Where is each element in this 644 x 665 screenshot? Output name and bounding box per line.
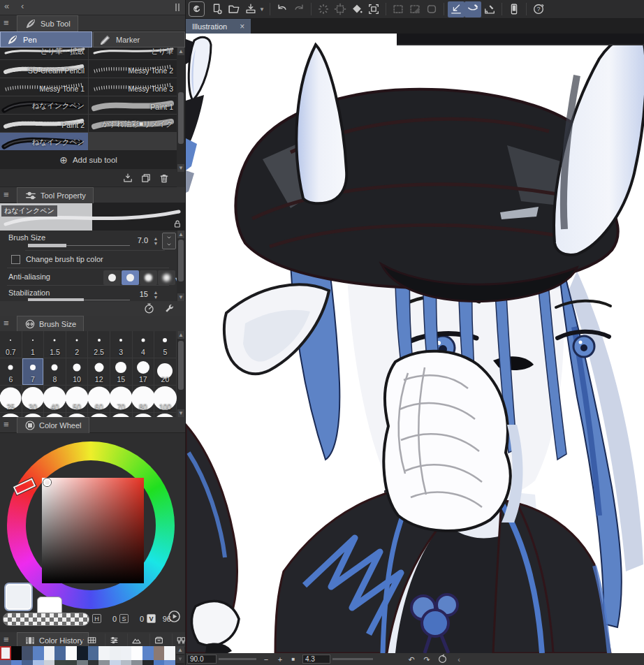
snap-to-ruler-icon[interactable] — [448, 1, 464, 17]
new-canvas-icon[interactable] — [209, 1, 226, 17]
brush-size-cell[interactable]: 60 — [88, 386, 110, 413]
color-wheel-menu-icon[interactable]: ≡ — [3, 419, 9, 430]
history-swatch[interactable] — [66, 646, 77, 660]
color-mixer-icon[interactable] — [168, 610, 181, 623]
brush-size-cell[interactable]: 15 — [110, 358, 133, 386]
unlock-icon[interactable] — [172, 219, 182, 229]
brush-item[interactable]: かすれ油彩■リメイク — [89, 115, 177, 132]
tab-approximate-color-icon[interactable] — [127, 634, 145, 647]
history-swatch[interactable] — [142, 646, 154, 660]
tab-color-wheel[interactable]: Color Wheel — [17, 417, 89, 433]
brush-size-cell[interactable]: 1 — [22, 331, 45, 358]
history-swatch[interactable] — [121, 660, 132, 665]
add-sub-tool-button[interactable]: ⊕ Add sub tool — [0, 151, 177, 169]
brush-size-cell[interactable]: 5 — [154, 331, 177, 358]
brush-item[interactable]: とり筆・拡散 — [0, 48, 88, 59]
redo-icon[interactable] — [291, 1, 307, 17]
brush-size-cell[interactable]: 20 — [154, 358, 177, 386]
history-swatch[interactable] — [33, 646, 44, 660]
zoom-in-button[interactable]: + — [273, 655, 287, 664]
brush-size-cell[interactable]: 80 — [133, 386, 155, 413]
csp-logo-icon[interactable] — [189, 1, 205, 17]
brush-size-menu-icon[interactable]: ≡ — [3, 318, 9, 328]
reset-all-settings-icon[interactable] — [143, 302, 155, 314]
zoom-slider[interactable] — [219, 658, 256, 660]
reselect-icon[interactable] — [332, 1, 349, 17]
tool-property-menu-icon[interactable]: ≡ — [3, 189, 9, 200]
panel-grip-icon[interactable] — [175, 3, 180, 11]
open-file-icon[interactable] — [226, 1, 242, 17]
history-swatch[interactable] — [22, 660, 33, 665]
import-tool-icon[interactable] — [122, 173, 133, 184]
tab-intermediate-color-icon[interactable] — [149, 634, 168, 647]
brush-size-expand-button[interactable] — [162, 233, 176, 249]
brush-size-cell[interactable]: 1.5 — [44, 331, 66, 358]
history-swatch[interactable] — [54, 646, 66, 660]
foreground-color-swatch[interactable] — [4, 583, 33, 611]
rect-select-icon[interactable] — [390, 1, 407, 17]
rounded-select-icon[interactable] — [423, 1, 440, 17]
brush-size-cell[interactable]: 8 — [44, 358, 66, 386]
drawing-canvas[interactable] — [186, 34, 644, 653]
history-swatch[interactable] — [88, 646, 99, 660]
history-swatch[interactable] — [77, 646, 88, 660]
change-brush-tip-checkbox[interactable] — [11, 255, 20, 264]
delete-tool-icon[interactable] — [159, 173, 170, 184]
deselect-icon[interactable] — [315, 1, 332, 17]
collapse-panel-icon[interactable]: « — [4, 1, 9, 11]
history-swatch[interactable] — [0, 646, 11, 660]
history-swatch[interactable] — [110, 660, 121, 665]
history-swatch[interactable] — [154, 646, 165, 660]
brush-size-cell[interactable]: 3 — [110, 331, 133, 358]
rotation-value[interactable]: 4.3 — [302, 655, 330, 664]
brush-item[interactable]: SU-Cream Pencil — [0, 60, 88, 78]
duplicate-tool-icon[interactable] — [140, 173, 152, 184]
history-swatch[interactable] — [66, 660, 77, 665]
history-swatch[interactable] — [44, 660, 55, 665]
anti-aliasing-option-2[interactable] — [140, 270, 157, 285]
collapse-bar-icon[interactable]: ‹ — [452, 655, 466, 664]
undo-icon[interactable] — [274, 1, 291, 17]
sv-marker[interactable] — [43, 478, 51, 486]
companion-mode-icon[interactable] — [506, 1, 522, 17]
saturation-value-square[interactable] — [42, 478, 144, 583]
brush-size-cell[interactable]: 10 — [66, 358, 89, 386]
history-swatch[interactable] — [131, 660, 142, 665]
tab-color-set-icon[interactable] — [82, 634, 101, 647]
reset-rotation-icon[interactable] — [437, 654, 448, 664]
history-swatch[interactable] — [0, 660, 11, 665]
anti-aliasing-option-1[interactable] — [122, 270, 139, 285]
status-undo-button[interactable]: ↶ — [404, 655, 419, 664]
color-history-scrollbar[interactable]: ▲ ▼ — [175, 646, 184, 665]
brush-item[interactable]: Paint 1 — [89, 96, 177, 114]
brush-preview-strip[interactable]: ねなインクペン — [0, 203, 185, 231]
snap-to-grid-icon[interactable] — [481, 1, 498, 17]
fit-to-screen-button[interactable]: ■ — [287, 655, 300, 664]
brush-size-cell[interactable]: 2 — [66, 331, 89, 358]
brush-size-cell[interactable]: 30 — [22, 386, 45, 413]
sub-tool-detail-icon[interactable] — [163, 302, 175, 314]
history-swatch[interactable] — [44, 646, 55, 660]
fill-icon[interactable] — [349, 1, 365, 17]
history-swatch[interactable] — [88, 660, 99, 665]
history-swatch[interactable] — [77, 660, 88, 665]
brush-size-spinner[interactable]: ▲▼ — [151, 235, 161, 247]
brush-size-cell[interactable]: 40 — [44, 386, 66, 413]
transparent-color-swatch[interactable] — [3, 613, 89, 626]
history-swatch[interactable] — [121, 646, 132, 660]
history-swatch[interactable] — [22, 646, 33, 660]
history-swatch[interactable] — [164, 660, 175, 665]
brush-list-scrollbar[interactable]: ▲ ▼ — [177, 48, 185, 172]
stabilization-spinner[interactable]: ▲▼ — [151, 288, 161, 301]
history-swatch[interactable] — [98, 660, 110, 665]
history-swatch[interactable] — [11, 660, 22, 665]
tab-tool-property[interactable]: Tool Property — [17, 187, 94, 203]
zoom-out-button[interactable]: − — [259, 655, 273, 664]
history-swatch[interactable] — [11, 646, 22, 660]
save-file-icon[interactable] — [242, 1, 259, 17]
zoom-value[interactable]: 90.0 — [187, 655, 217, 664]
tab-color-slider-icon[interactable] — [105, 634, 123, 647]
brush-size-cell[interactable]: 70 — [110, 386, 133, 413]
close-document-icon[interactable]: × — [240, 22, 244, 31]
history-swatch[interactable] — [131, 646, 142, 660]
